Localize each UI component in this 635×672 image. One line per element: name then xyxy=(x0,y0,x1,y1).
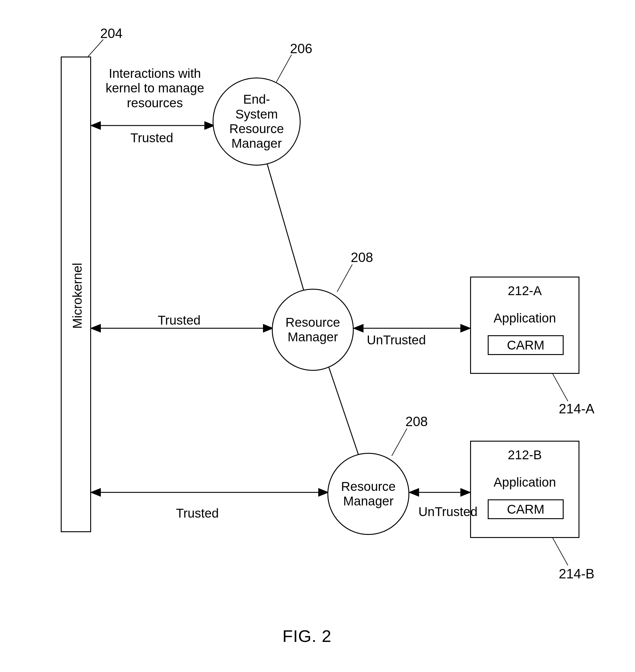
carm-a-box: CARM xyxy=(488,335,564,355)
rm1-node: Resource Manager xyxy=(272,289,354,371)
carm-b-label: CARM xyxy=(507,502,545,517)
ref-204: 204 xyxy=(100,26,123,41)
app-b-box: 212-B Application CARM xyxy=(470,441,579,538)
rm2-node: Resource Manager xyxy=(327,453,409,535)
esrm-node: End- System Resource Manager xyxy=(213,78,301,166)
svg-line-5 xyxy=(267,164,304,290)
ref-214-b: 214-B xyxy=(559,566,594,582)
ref-208-b: 208 xyxy=(406,414,428,429)
microkernel-label: Microkernel xyxy=(70,256,85,335)
svg-line-11 xyxy=(553,374,568,401)
carm-a-label: CARM xyxy=(507,338,545,352)
microkernel-box: Microkernel xyxy=(61,57,91,532)
rm2-label: Resource Manager xyxy=(341,479,396,509)
figure-label: FIG. 2 xyxy=(282,626,332,646)
app-a-title: Application xyxy=(471,311,578,326)
svg-line-9 xyxy=(337,265,352,292)
svg-line-12 xyxy=(553,538,568,565)
untrusted-label-1: UnTrusted xyxy=(362,333,431,348)
svg-line-6 xyxy=(328,365,358,455)
carm-b-box: CARM xyxy=(488,499,564,519)
app-a-ref: 212-A xyxy=(471,284,578,298)
trusted-label-2: Trusted xyxy=(152,313,206,328)
ref-214-a: 214-A xyxy=(559,401,594,416)
ref-206: 206 xyxy=(290,41,312,56)
esrm-label: End- System Resource Manager xyxy=(229,92,284,151)
trusted-label-3: Trusted xyxy=(170,506,225,521)
ref-208-a: 208 xyxy=(351,250,373,265)
app-a-box: 212-A Application CARM xyxy=(470,277,579,374)
app-b-ref: 212-B xyxy=(471,448,578,462)
rm1-label: Resource Manager xyxy=(285,315,340,345)
diagram-canvas: Microkernel 204 End- System Resource Man… xyxy=(0,0,635,672)
kernel-interactions-label: Interactions with kernel to manage resou… xyxy=(99,66,211,110)
svg-line-10 xyxy=(392,428,407,456)
svg-line-7 xyxy=(88,40,103,57)
app-b-title: Application xyxy=(471,475,578,490)
svg-line-8 xyxy=(276,55,291,82)
trusted-label-1: Trusted xyxy=(125,131,179,145)
